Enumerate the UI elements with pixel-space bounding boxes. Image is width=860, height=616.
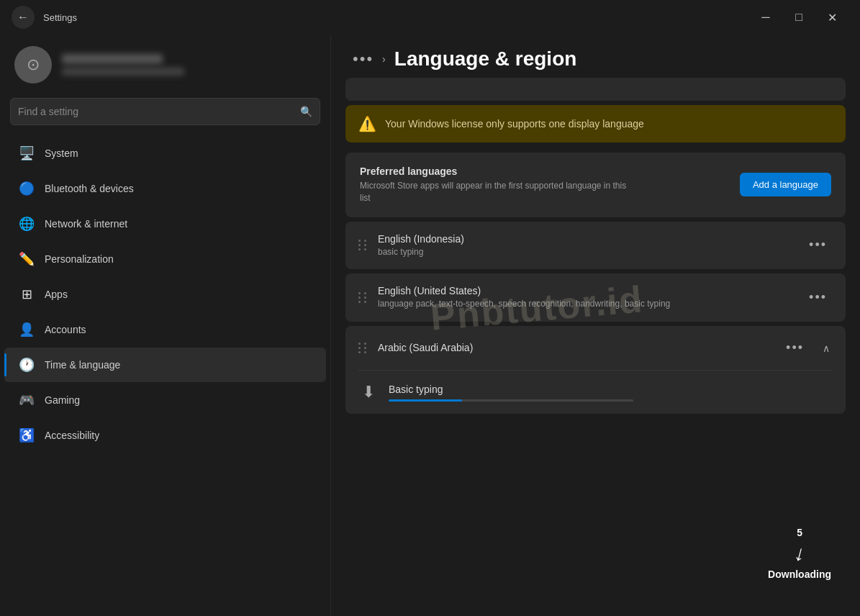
- sidebar-item-label: Bluetooth & devices: [45, 183, 134, 194]
- arabic-language-card: Arabic (Saudi Arabia) ••• ∧ ⬇ Basic typi…: [345, 326, 846, 414]
- user-name: [62, 54, 163, 64]
- breadcrumb-chevron: ›: [382, 53, 386, 65]
- drag-handle[interactable]: [358, 292, 368, 303]
- preferred-languages-title: Preferred languages: [360, 166, 633, 177]
- user-email: [62, 68, 184, 76]
- accessibility-icon: ♿: [19, 427, 35, 443]
- preferred-languages-card: Preferred languages Microsoft Store apps…: [345, 153, 846, 217]
- back-button[interactable]: ←: [12, 6, 35, 29]
- add-language-button[interactable]: Add a language: [740, 173, 831, 196]
- download-progress-fill: [389, 399, 462, 402]
- sidebar-item-accounts[interactable]: 👤 Accounts: [4, 312, 326, 347]
- apps-icon: ⊞: [19, 286, 35, 302]
- sidebar-item-label: System: [45, 148, 78, 159]
- sidebar-item-gaming[interactable]: 🎮 Gaming: [4, 383, 326, 417]
- warning-banner: ⚠️ Your Windows license only supports on…: [345, 105, 846, 142]
- network-icon: 🌐: [19, 216, 35, 232]
- language-more-button[interactable]: •••: [803, 287, 833, 308]
- search-box: 🔍: [10, 98, 320, 125]
- titlebar: ← Settings ─ □ ✕: [0, 0, 860, 35]
- close-button[interactable]: ✕: [815, 6, 848, 29]
- drag-handle[interactable]: [358, 240, 368, 250]
- language-more-button[interactable]: •••: [803, 235, 833, 255]
- sidebar-item-time-language[interactable]: 🕐 Time & language: [4, 348, 326, 382]
- language-item-english-us: English (United States) language pack, t…: [345, 273, 846, 322]
- search-container: 🔍: [0, 98, 330, 135]
- arabic-info: Arabic (Saudi Arabia): [378, 342, 770, 355]
- download-info: Basic typing: [389, 384, 833, 402]
- language-name: English (United States): [378, 285, 793, 296]
- sidebar-item-label: Accounts: [45, 324, 86, 335]
- user-info: [62, 54, 184, 76]
- arabic-language-header: Arabic (Saudi Arabia) ••• ∧: [345, 326, 846, 370]
- partial-top-item: [345, 78, 846, 101]
- sidebar-item-system[interactable]: 🖥️ System: [4, 136, 326, 171]
- user-profile: ⊙: [0, 35, 330, 98]
- language-item-english-indonesia: English (Indonesia) basic typing •••: [345, 222, 846, 270]
- sidebar-item-label: Accessibility: [45, 430, 99, 441]
- download-section: ⬇ Basic typing: [345, 371, 846, 414]
- preferred-languages-info: Preferred languages Microsoft Store apps…: [360, 166, 633, 204]
- sidebar-item-bluetooth[interactable]: 🔵 Bluetooth & devices: [4, 171, 326, 206]
- warning-text: Your Windows license only supports one d…: [385, 118, 644, 130]
- sidebar: ⊙ 🔍 🖥️ System 🔵 Bluetooth & devices: [0, 35, 331, 616]
- sidebar-item-label: Apps: [45, 289, 68, 300]
- minimize-button[interactable]: ─: [749, 6, 782, 29]
- maximize-button[interactable]: □: [782, 6, 815, 29]
- content-body: ⚠️ Your Windows license only supports on…: [331, 78, 860, 616]
- system-icon: 🖥️: [19, 145, 35, 161]
- page-title: Language & region: [394, 47, 577, 71]
- search-icon: 🔍: [300, 106, 312, 117]
- accounts-icon: 👤: [19, 322, 35, 338]
- gaming-icon: 🎮: [19, 392, 35, 408]
- warning-icon: ⚠️: [358, 115, 376, 132]
- language-detail: language pack, text-to-speech, speech re…: [378, 298, 793, 310]
- nav-list: 🖥️ System 🔵 Bluetooth & devices 🌐 Networ…: [0, 135, 330, 616]
- titlebar-title: Settings: [43, 12, 77, 23]
- language-detail: basic typing: [378, 246, 793, 258]
- sidebar-item-accessibility[interactable]: ♿ Accessibility: [4, 418, 326, 453]
- sidebar-item-network[interactable]: 🌐 Network & internet: [4, 207, 326, 241]
- personalization-icon: ✏️: [19, 251, 35, 267]
- app-container: ⊙ 🔍 🖥️ System 🔵 Bluetooth & devices: [0, 35, 860, 616]
- sidebar-item-personalization[interactable]: ✏️ Personalization: [4, 242, 326, 276]
- arabic-name: Arabic (Saudi Arabia): [378, 342, 770, 353]
- content-area: ••• › Language & region ⚠️ Your Windows …: [331, 35, 860, 616]
- time-language-icon: 🕐: [19, 357, 35, 373]
- language-name: English (Indonesia): [378, 233, 793, 245]
- content-header: ••• › Language & region: [331, 35, 860, 78]
- drag-handle[interactable]: [358, 343, 368, 353]
- avatar: ⊙: [14, 46, 52, 83]
- arabic-expand-chevron[interactable]: ∧: [820, 340, 833, 357]
- sidebar-item-label: Gaming: [45, 394, 80, 406]
- arabic-more-button[interactable]: •••: [780, 338, 810, 358]
- language-info: English (United States) language pack, t…: [378, 285, 793, 310]
- window-controls: ─ □ ✕: [749, 6, 848, 29]
- download-icon: ⬇: [358, 382, 379, 402]
- preferred-languages-desc: Microsoft Store apps will appear in the …: [360, 180, 633, 204]
- sidebar-item-apps[interactable]: ⊞ Apps: [4, 277, 326, 312]
- breadcrumb-dots[interactable]: •••: [353, 50, 374, 68]
- sidebar-item-label: Network & internet: [45, 218, 127, 230]
- sidebar-item-label: Personalization: [45, 253, 114, 265]
- sidebar-item-label: Time & language: [45, 359, 120, 371]
- language-info: English (Indonesia) basic typing: [378, 233, 793, 258]
- download-label: Basic typing: [389, 384, 833, 395]
- search-input[interactable]: [18, 106, 294, 117]
- titlebar-left: ← Settings: [12, 6, 77, 29]
- download-progress-bar: [389, 399, 633, 402]
- bluetooth-icon: 🔵: [19, 181, 35, 196]
